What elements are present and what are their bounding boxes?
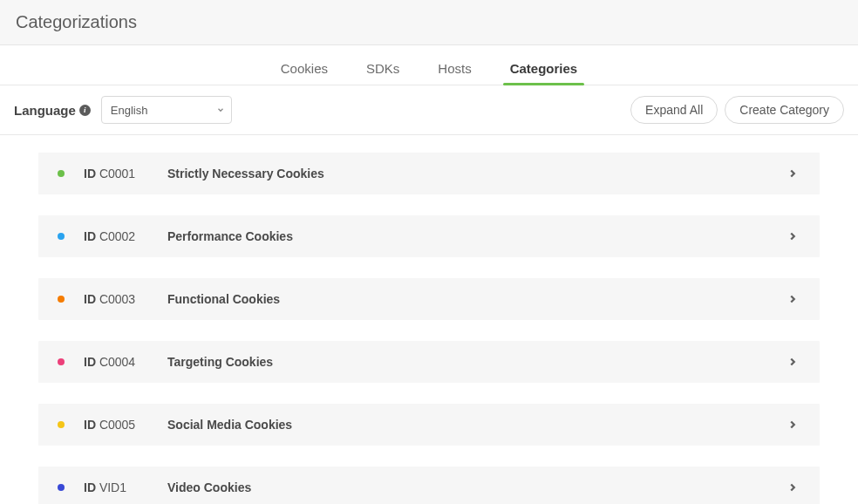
- chevron-right-icon: [786, 230, 799, 242]
- language-select[interactable]: English: [101, 96, 232, 124]
- chevron-right-icon: [786, 167, 799, 180]
- category-name: Strictly Necessary Cookies: [167, 167, 324, 180]
- category-id: ID C0001: [84, 167, 167, 180]
- category-id: ID C0005: [84, 418, 167, 432]
- status-dot: [58, 296, 65, 303]
- category-name: Targeting Cookies: [167, 355, 273, 369]
- language-label: Language: [14, 103, 76, 118]
- category-id: ID VID1: [84, 480, 167, 494]
- tab-cookies[interactable]: Cookies: [272, 54, 337, 85]
- status-dot: [58, 170, 65, 177]
- tabs: Cookies SDKs Hosts Categories: [0, 45, 858, 85]
- category-id: ID C0003: [84, 292, 167, 306]
- status-dot: [58, 233, 65, 240]
- category-row[interactable]: ID C0003 Functional Cookies: [38, 278, 820, 320]
- language-select-wrap: English: [101, 96, 232, 124]
- expand-all-button[interactable]: Expand All: [630, 96, 718, 124]
- category-name: Functional Cookies: [167, 292, 280, 306]
- category-id: ID C0002: [84, 229, 167, 243]
- category-list: ID C0001 Strictly Necessary Cookies ID C…: [0, 135, 858, 504]
- tab-sdks[interactable]: SDKs: [358, 54, 408, 85]
- page-header: Categorizations: [0, 0, 858, 45]
- tab-categories[interactable]: Categories: [501, 54, 587, 85]
- chevron-right-icon: [786, 481, 799, 494]
- category-name: Video Cookies: [167, 480, 251, 494]
- category-row[interactable]: ID C0004 Targeting Cookies: [38, 341, 820, 383]
- page-title: Categorizations: [16, 12, 842, 32]
- category-name: Performance Cookies: [167, 229, 293, 243]
- chevron-right-icon: [786, 293, 799, 305]
- tab-hosts[interactable]: Hosts: [429, 54, 480, 85]
- category-id: ID C0004: [84, 355, 167, 369]
- category-name: Social Media Cookies: [167, 418, 292, 432]
- chevron-right-icon: [786, 356, 799, 368]
- status-dot: [58, 358, 65, 365]
- info-icon[interactable]: i: [79, 105, 91, 116]
- category-row[interactable]: ID VID1 Video Cookies: [38, 467, 820, 504]
- status-dot: [58, 421, 65, 428]
- create-category-button[interactable]: Create Category: [725, 96, 844, 124]
- chevron-right-icon: [786, 419, 799, 431]
- status-dot: [58, 484, 65, 491]
- category-row[interactable]: ID C0002 Performance Cookies: [38, 215, 820, 257]
- category-row[interactable]: ID C0005 Social Media Cookies: [38, 404, 820, 446]
- category-row[interactable]: ID C0001 Strictly Necessary Cookies: [38, 153, 820, 194]
- toolbar: Language i English Expand All Create Cat…: [0, 85, 858, 135]
